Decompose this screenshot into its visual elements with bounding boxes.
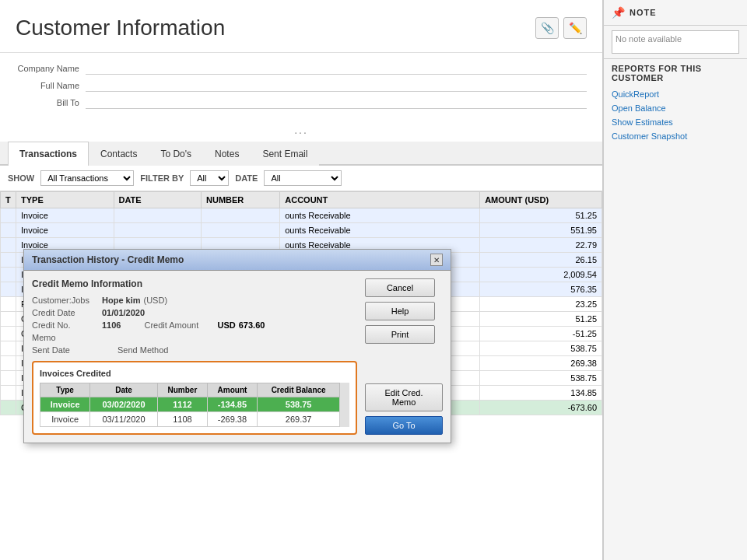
inv-col-date: Date — [90, 383, 158, 397]
table-row[interactable]: Invoice ounts Receivable 551.95 — [1, 223, 602, 238]
currency-label: (USD) — [144, 296, 168, 305]
credit-no-value: 1106 — [102, 320, 121, 330]
modal-dialog: Transaction History - Credit Memo ✕ Cred… — [23, 249, 451, 443]
tab-todos[interactable]: To Do's — [149, 142, 203, 166]
page-title: Customer Information — [16, 16, 225, 40]
help-button[interactable]: Help — [365, 302, 435, 320]
col-date: DATE — [114, 192, 201, 208]
expand-dots[interactable]: ··· — [0, 123, 602, 142]
tab-notes[interactable]: Notes — [203, 142, 251, 166]
table-row[interactable]: Invoice ounts Receivable 51.25 — [1, 208, 602, 223]
full-name-value — [86, 79, 587, 92]
right-panel: 📌 NOTE No note available REPORTS FOR THI… — [603, 0, 747, 560]
company-name-value — [86, 62, 587, 75]
customer-fields: Company Name Full Name Bill To — [0, 53, 602, 123]
full-name-label: Full Name — [16, 81, 86, 90]
company-name-label: Company Name — [16, 64, 86, 73]
cancel-button[interactable]: Cancel — [365, 278, 435, 297]
credit-amount-value: 673.60 — [239, 320, 265, 330]
invoice-row[interactable]: Invoice 03/11/2020 1108 -269.38 269.37 — [40, 412, 340, 427]
memo-label: Memo — [32, 333, 102, 342]
credit-no-label: Credit No. — [32, 320, 102, 330]
show-select[interactable]: All Transactions — [40, 170, 134, 186]
modal-title: Transaction History - Credit Memo — [32, 254, 184, 265]
bill-to-value — [86, 96, 587, 109]
col-number: NUMBER — [202, 192, 280, 208]
col-type: TYPE — [16, 192, 114, 208]
modal-titlebar: Transaction History - Credit Memo ✕ — [24, 250, 451, 271]
sent-date-label: Sent Date — [32, 345, 102, 355]
bill-to-label: Bill To — [16, 98, 86, 107]
send-method-label: Send Method — [117, 345, 188, 355]
col-account: ACCOUNT — [280, 192, 480, 208]
tab-sent-email[interactable]: Sent Email — [251, 142, 319, 166]
col-t: T — [1, 192, 16, 208]
date-label: DATE — [235, 173, 258, 183]
tab-contacts[interactable]: Contacts — [89, 142, 149, 166]
invoices-section: Invoices Credited Type Date Number Amoun… — [32, 361, 357, 435]
customer-snapshot-link[interactable]: Customer Snapshot — [604, 129, 747, 143]
reports-title: REPORTS FOR THIS CUSTOMER — [604, 58, 747, 87]
quickreport-link[interactable]: QuickReport — [604, 87, 747, 101]
note-title: NOTE — [630, 8, 657, 17]
print-button[interactable]: Print — [365, 325, 435, 344]
col-amount: AMOUNT (USD) — [480, 192, 602, 208]
date-select[interactable]: All — [264, 170, 342, 186]
customer-jobs-value: Hope kim — [102, 296, 141, 305]
note-field: No note available — [612, 30, 739, 54]
note-pin-icon: 📌 — [612, 6, 625, 19]
filter-by-select[interactable]: All — [190, 170, 229, 186]
inv-col-credit-balance: Credit Balance — [257, 383, 339, 397]
edit-button[interactable]: ✏️ — [563, 17, 587, 39]
edit-cred-memo-button[interactable]: Edit Cred. Memo — [365, 383, 443, 411]
filter-by-label: FILTER BY — [140, 173, 184, 183]
credit-date-value: 01/01/2020 — [102, 308, 145, 317]
inv-col-amount: Amount — [207, 383, 257, 397]
show-estimates-link[interactable]: Show Estimates — [604, 115, 747, 129]
filter-bar: SHOW All Transactions FILTER BY All DATE… — [0, 166, 602, 191]
inv-col-number: Number — [157, 383, 207, 397]
tabs-bar: Transactions Contacts To Do's Notes Sent… — [0, 142, 602, 166]
modal-section-title: Credit Memo Information — [32, 278, 357, 289]
tab-transactions[interactable]: Transactions — [8, 142, 89, 166]
invoice-row[interactable]: Invoice 03/02/2020 1112 -134.85 538.75 — [40, 397, 340, 412]
credit-date-label: Credit Date — [32, 308, 102, 317]
go-to-button[interactable]: Go To — [365, 416, 443, 435]
show-label: SHOW — [8, 173, 34, 183]
credit-amount-currency: USD — [217, 320, 235, 330]
modal-close-button[interactable]: ✕ — [430, 254, 443, 266]
credit-amount-label: Credit Amount — [144, 320, 214, 330]
inv-col-type: Type — [40, 383, 90, 397]
invoices-scrollbar[interactable] — [340, 383, 349, 427]
attach-button[interactable]: 📎 — [535, 17, 559, 39]
customer-jobs-label: Customer:Jobs — [32, 296, 102, 305]
open-balance-link[interactable]: Open Balance — [604, 101, 747, 115]
invoices-table: Type Date Number Amount Credit Balance — [40, 383, 340, 427]
invoices-section-title: Invoices Credited — [40, 369, 349, 378]
